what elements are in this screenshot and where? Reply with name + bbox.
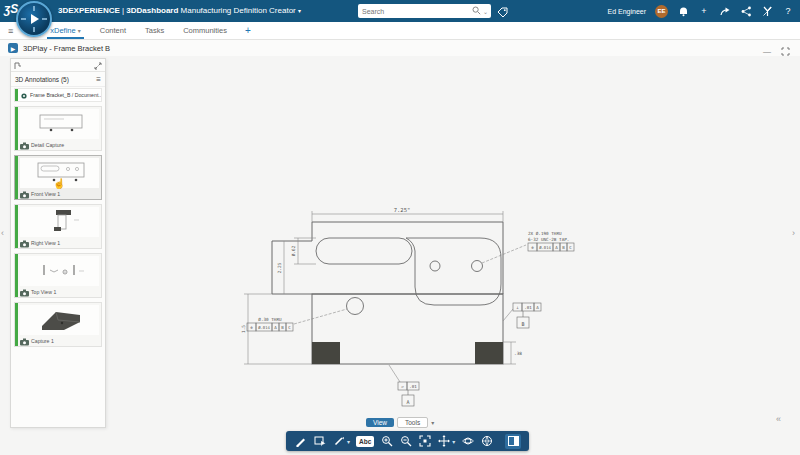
hole-2 bbox=[472, 261, 483, 272]
camera-icon bbox=[20, 185, 29, 203]
panel-toggle-icon[interactable]: ≡ bbox=[8, 26, 13, 36]
capture-card-capture-1[interactable]: Capture 1 bbox=[14, 302, 102, 347]
tab-xdefine[interactable]: xDefine▾ bbox=[49, 23, 81, 38]
dim-height: 2.25 bbox=[277, 262, 282, 273]
capture-card-top-view-1[interactable]: Top View 1 bbox=[14, 253, 102, 298]
datum-a-label: A bbox=[406, 399, 409, 405]
capture-card-right-view-1[interactable]: Right View 1 bbox=[14, 204, 102, 249]
svg-text:Ø.014: Ø.014 bbox=[258, 325, 270, 330]
collaborate-icon[interactable] bbox=[740, 5, 752, 17]
tab-view[interactable]: View bbox=[366, 418, 394, 427]
select-tool-icon[interactable] bbox=[313, 435, 326, 448]
search-icon[interactable] bbox=[472, 6, 481, 16]
split-view-icon[interactable] bbox=[505, 434, 521, 449]
capture-label: Front View 1 bbox=[31, 191, 60, 197]
help-icon[interactable]: ? bbox=[782, 5, 794, 17]
hole-annotation[interactable]: Ø.30 THRU ⊕ Ø.014 A B C bbox=[247, 317, 293, 331]
minimize-icon[interactable]: — bbox=[763, 47, 771, 56]
dim-foot: .38 bbox=[514, 351, 522, 356]
svg-text:⊥: ⊥ bbox=[516, 305, 519, 310]
search-input[interactable] bbox=[358, 8, 472, 15]
capture-thumbnail bbox=[20, 207, 99, 237]
viewer-canvas[interactable]: 7.25" Ø.62 2.25 1.5 .38 2X Ø.190 THRU 6-… bbox=[0, 56, 800, 455]
viewer-mode-tabs: View Tools ▾ bbox=[366, 417, 434, 428]
chevron-down-icon[interactable]: ▾ bbox=[298, 8, 301, 14]
share-icon[interactable] bbox=[719, 5, 731, 17]
component-icon bbox=[20, 86, 28, 104]
tab-content[interactable]: Content bbox=[99, 23, 127, 38]
camera-icon bbox=[20, 234, 29, 252]
avatar[interactable]: EE bbox=[655, 5, 668, 18]
plate-outline bbox=[406, 238, 501, 305]
annotate-pen-icon[interactable] bbox=[332, 435, 345, 448]
hand-cursor: ☝ bbox=[53, 178, 65, 189]
engineering-drawing: 7.25" Ø.62 2.25 1.5 .38 2X Ø.190 THRU 6-… bbox=[230, 194, 680, 424]
page-title[interactable]: Manufacturing Definition Creator bbox=[181, 6, 296, 15]
left-panel-collapse-icon[interactable]: ‹ bbox=[1, 228, 4, 238]
svg-text:2X Ø.190 THRU: 2X Ø.190 THRU bbox=[528, 231, 562, 236]
svg-text:C: C bbox=[569, 245, 572, 250]
search-bar[interactable]: ⌄ bbox=[358, 4, 491, 18]
widget-title-row: ▶ 3DPlay - Frame Bracket B — bbox=[0, 40, 800, 56]
tab-tasks[interactable]: Tasks bbox=[144, 23, 165, 38]
svg-text:A: A bbox=[274, 325, 277, 330]
fit-view-icon[interactable] bbox=[418, 435, 431, 448]
compass-widget[interactable] bbox=[16, 1, 52, 37]
markup-tool-icon[interactable] bbox=[294, 435, 307, 448]
user-area: Ed Engineer EE + ? bbox=[607, 0, 794, 22]
slot-feature bbox=[316, 238, 412, 264]
capture-label: Capture 1 bbox=[31, 338, 54, 344]
dim-overall-width: 7.25" bbox=[394, 207, 411, 213]
tapped-holes-annotation[interactable]: 2X Ø.190 THRU 6-32 UNC-2B TAP. ⊕ Ø.014 A… bbox=[528, 231, 574, 251]
dashboard-tab-bar: ≡ xDefine▾ Content Tasks Communities + bbox=[0, 22, 800, 40]
zoom-in-icon[interactable] bbox=[380, 435, 393, 448]
foot-right bbox=[475, 342, 503, 364]
chevron-down-icon[interactable]: ▾ bbox=[452, 438, 455, 445]
right-panel-expand-icon[interactable]: › bbox=[792, 228, 795, 238]
tag-icon[interactable] bbox=[497, 5, 509, 23]
text-tool-button[interactable]: Abc bbox=[356, 436, 374, 447]
orbit-icon[interactable] bbox=[461, 435, 474, 448]
brand-name: 3DEXPERIENCE bbox=[58, 6, 120, 15]
3dplay-icon: ▶ bbox=[8, 43, 18, 53]
svg-text:⊕: ⊕ bbox=[250, 325, 253, 330]
capture-label: Right View 1 bbox=[31, 240, 60, 246]
capture-thumbnail bbox=[20, 109, 99, 139]
panel-menu-icon[interactable]: ≡ bbox=[96, 75, 101, 84]
capture-card-detail-capture[interactable]: Detail Capture bbox=[14, 106, 102, 151]
panel-tab-icon[interactable] bbox=[14, 56, 22, 74]
annotations-header: 3D Annotations (5) bbox=[15, 76, 69, 83]
svg-text:Ø.30 THRU: Ø.30 THRU bbox=[258, 317, 282, 322]
add-tab-button[interactable]: + bbox=[245, 25, 251, 36]
render-mode-icon[interactable] bbox=[480, 435, 493, 448]
svg-text:A: A bbox=[536, 305, 539, 310]
tab-tools[interactable]: Tools bbox=[397, 417, 428, 428]
datum-b-label: B bbox=[521, 321, 524, 327]
capture-label: Top View 1 bbox=[31, 289, 56, 295]
chevron-down-icon[interactable]: ▾ bbox=[347, 438, 350, 445]
chevron-down-icon[interactable]: ▾ bbox=[431, 419, 434, 426]
add-icon[interactable]: + bbox=[698, 5, 710, 17]
widget-title: 3DPlay - Frame Bracket B bbox=[23, 44, 110, 53]
panel-expand-icon[interactable] bbox=[94, 56, 102, 74]
svg-text:.01: .01 bbox=[524, 305, 532, 310]
perpendicularity-annotation[interactable]: ⊥ .01 A B bbox=[513, 303, 541, 328]
zoom-out-icon[interactable] bbox=[399, 435, 412, 448]
capture-thumbnail bbox=[20, 256, 99, 286]
swym-icon[interactable] bbox=[761, 5, 773, 17]
pan-icon[interactable] bbox=[437, 435, 450, 448]
status-bar-green bbox=[15, 89, 18, 101]
camera-icon bbox=[20, 136, 29, 154]
viewer-toolbar: ▾ Abc ▾ bbox=[286, 431, 529, 451]
tab-communities[interactable]: Communities bbox=[182, 23, 228, 38]
capture-label: Detail Capture bbox=[31, 142, 64, 148]
root-item[interactable]: Frame Bracket_B / Document... bbox=[14, 88, 102, 102]
flatness-annotation[interactable]: ▱ .01 A bbox=[398, 382, 419, 406]
search-options-chevron-icon[interactable]: ⌄ bbox=[483, 8, 488, 15]
top-bar: ʒS 3DEXPERIENCE | 3DDashboard Manufactur… bbox=[0, 0, 800, 22]
bottom-right-collapse-icon[interactable]: « bbox=[776, 414, 781, 424]
capture-card-front-view-1[interactable]: Front View 1 ☝ bbox=[14, 155, 102, 200]
user-name[interactable]: Ed Engineer bbox=[607, 8, 646, 15]
camera-icon bbox=[20, 283, 29, 301]
notifications-icon[interactable] bbox=[677, 5, 689, 17]
